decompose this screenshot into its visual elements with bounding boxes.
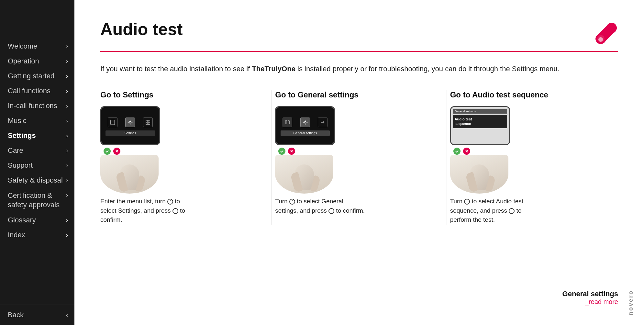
sidebar-item-settings[interactable]: Settings › <box>0 128 74 143</box>
sidebar-item-label: Glossary <box>8 216 36 224</box>
bottom-panel-link[interactable]: _read more <box>562 298 618 306</box>
device-screen-3: General settings Audio testsequence <box>450 106 510 145</box>
step-1-title: Go to Settings <box>100 90 259 100</box>
red-button-3 <box>463 148 470 155</box>
svg-rect-2 <box>112 121 114 121</box>
sidebar-item-label: Support <box>8 161 33 170</box>
chevron-left-icon: ‹ <box>66 312 68 319</box>
sidebar-item-incall-functions[interactable]: In-call functions › <box>0 98 74 113</box>
chevron-right-icon: › <box>66 177 68 184</box>
svg-rect-8 <box>148 123 150 124</box>
chevron-right-icon: › <box>66 73 68 80</box>
sidebar-item-label: Index <box>8 231 25 239</box>
step-2: Go to General settings <box>275 90 443 215</box>
steps-container: Go to Settings <box>100 90 618 225</box>
sidebar-item-certification[interactable]: Certification &safety approvals › <box>0 188 74 213</box>
device-controls-3 <box>453 148 521 155</box>
intro-paragraph: If you want to test the audio installati… <box>100 63 618 74</box>
sidebar-item-label: Settings <box>8 131 36 140</box>
step-3-device: General settings Audio testsequence <box>450 106 521 197</box>
audio-test-selected: Audio testsequence <box>453 115 507 128</box>
device-screen-2: General settings <box>275 106 335 145</box>
product-name: TheTrulyOne <box>252 65 295 73</box>
gen-settings-label: General settings <box>281 130 330 136</box>
sidebar-item-label: Operation <box>8 57 39 65</box>
sidebar: Welcome › Operation › Getting started › … <box>0 0 74 325</box>
bottom-right-panel: General settings _read more <box>562 290 618 306</box>
chevron-right-icon: › <box>66 88 68 95</box>
menu-icon-arrow <box>318 118 328 127</box>
chevron-right-icon: › <box>66 132 68 139</box>
sidebar-item-label: In-call functions <box>8 102 57 110</box>
back-label: Back <box>8 311 24 319</box>
intro-text-before: If you want to test the audio installati… <box>100 65 252 73</box>
device-controls-2 <box>278 148 346 155</box>
device-controls-1 <box>104 148 172 155</box>
sidebar-item-call-functions[interactable]: Call functions › <box>0 84 74 98</box>
step-3-desc: Turn to select Audio test sequence, and … <box>450 197 541 225</box>
sidebar-item-safety[interactable]: Safety & disposal › <box>0 173 74 188</box>
step-1-device: Settings <box>100 106 172 197</box>
step-divider-1 <box>272 90 272 225</box>
chevron-right-icon: › <box>66 118 68 124</box>
step-3-title: Go to Audio test sequence <box>450 90 608 100</box>
sidebar-item-label: Getting started <box>8 72 54 80</box>
wrench-icon <box>592 19 618 45</box>
svg-point-0 <box>598 37 603 42</box>
svg-rect-7 <box>146 123 148 124</box>
sidebar-item-index[interactable]: Index › <box>0 228 74 242</box>
back-button[interactable]: Back ‹ <box>0 305 74 325</box>
chevron-right-icon: › <box>66 162 68 169</box>
step-1-desc: Enter the menu list, turn to select Sett… <box>100 197 191 225</box>
sidebar-item-label: Music <box>8 117 26 125</box>
menu-icon-settings-selected <box>125 118 135 127</box>
page-title: Audio test <box>100 19 183 39</box>
hand-illustration-2 <box>275 155 333 194</box>
menu-icon-grid <box>143 118 153 127</box>
svg-point-4 <box>129 121 131 123</box>
chevron-right-icon: › <box>66 192 68 198</box>
chevron-right-icon: › <box>66 147 68 154</box>
green-button <box>104 148 111 155</box>
step-2-desc: Turn to select General settings, and pre… <box>275 197 366 215</box>
hand-illustration-3 <box>450 155 508 194</box>
step-2-title: Go to General settings <box>275 90 433 100</box>
sidebar-item-music[interactable]: Music › <box>0 113 74 128</box>
sidebar-item-label: Welcome <box>8 42 37 50</box>
main-content: Audio test If you want to test the audio… <box>74 0 644 325</box>
sidebar-item-welcome[interactable]: Welcome › <box>0 39 74 54</box>
settings-label: Settings <box>105 130 155 136</box>
green-button-2 <box>278 148 285 155</box>
sidebar-item-label: Certification &safety approvals <box>8 191 60 209</box>
sidebar-item-care[interactable]: Care › <box>0 143 74 158</box>
sidebar-item-glossary[interactable]: Glossary › <box>0 213 74 228</box>
menu-icon-gen <box>283 118 292 127</box>
svg-point-11 <box>304 121 306 123</box>
svg-rect-5 <box>146 120 148 122</box>
sidebar-item-operation[interactable]: Operation › <box>0 54 74 69</box>
sidebar-item-getting-started[interactable]: Getting started › <box>0 69 74 84</box>
step-divider-2 <box>447 90 447 225</box>
sidebar-item-label: Safety & disposal <box>8 176 63 185</box>
intro-text-after: is installed properly or for troubleshoo… <box>295 65 560 73</box>
step-2-device: General settings <box>275 106 346 197</box>
menu-icon-wrench <box>300 118 310 127</box>
step-1: Go to Settings <box>100 90 268 225</box>
svg-rect-10 <box>288 120 290 124</box>
chevron-right-icon: › <box>66 217 68 224</box>
sidebar-item-label: Care <box>8 146 23 155</box>
sidebar-item-support[interactable]: Support › <box>0 158 74 173</box>
step-3: Go to Audio test sequence General settin… <box>450 90 618 225</box>
sidebar-nav: Welcome › Operation › Getting started › … <box>0 0 74 305</box>
svg-rect-3 <box>112 122 114 122</box>
svg-rect-1 <box>111 120 115 124</box>
green-button-3 <box>453 148 461 155</box>
chevron-right-icon: › <box>66 58 68 65</box>
svg-rect-9 <box>285 120 287 124</box>
svg-rect-6 <box>148 120 150 122</box>
chevron-right-icon: › <box>66 43 68 50</box>
device-screen-1: Settings <box>100 106 160 145</box>
red-button <box>113 148 120 155</box>
chevron-right-icon: › <box>66 232 68 239</box>
gen-settings-header: General settings <box>453 109 507 114</box>
